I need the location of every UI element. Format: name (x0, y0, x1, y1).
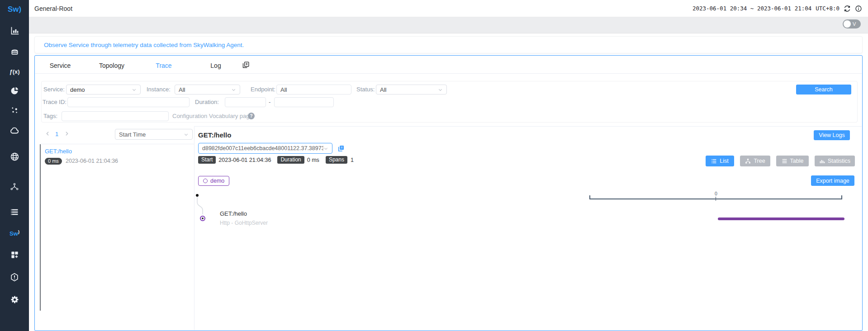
page-number[interactable]: 1 (55, 131, 58, 137)
page-next-button[interactable] (64, 131, 70, 137)
info-banner: Observe Service through telemetry data c… (34, 36, 863, 53)
filter-row-1: Service: demo Instance: All Endpoint: St… (35, 85, 862, 95)
span-duration-bar[interactable] (718, 218, 844, 220)
instance-value: All (179, 86, 231, 93)
start-badge: Start (198, 156, 216, 164)
gear-icon (10, 295, 19, 304)
sidebar-item-cloud[interactable] (0, 125, 29, 136)
sidebar-item-browser[interactable] (0, 151, 29, 162)
sidebar-item-database[interactable] (0, 47, 29, 57)
bar-chart-icon (10, 26, 19, 35)
function-icon: ƒ(x) (9, 68, 19, 75)
tab-topology[interactable]: Topology (93, 62, 131, 69)
trace-meta-row: Start 2023-06-01 21:04:36 Duration 0 ms … (198, 156, 354, 164)
chevron-down-icon (231, 87, 236, 92)
toggle-knob (844, 20, 851, 28)
trace-item-duration-badge: 0 ms (45, 158, 62, 165)
service-select[interactable]: demo (66, 85, 141, 95)
chevron-down-icon (438, 87, 443, 92)
globe-icon (10, 152, 19, 161)
toolbar-strip (29, 17, 868, 33)
list-view-icon (711, 158, 717, 164)
toggle-label: V (853, 21, 856, 27)
chevron-down-icon (323, 146, 328, 151)
trace-id-select[interactable]: d8982fde007c11eeb6cbacde48001122.37.3897… (198, 143, 332, 154)
trace-item-start-time: 2023-06-01 21:04:36 (66, 158, 118, 164)
table-view-icon (782, 158, 787, 164)
help-icon[interactable]: ? (248, 113, 255, 119)
spans-value: 1 (351, 157, 354, 163)
sidebar-item-topology[interactable] (0, 181, 29, 192)
tab-trace[interactable]: Trace (145, 62, 183, 69)
cloud-icon (9, 126, 19, 136)
trace-title: GET:/hello (198, 131, 231, 139)
span-name: GET:/hello (220, 210, 268, 217)
view-logs-button[interactable]: View Logs (814, 130, 850, 140)
version-toggle[interactable]: V (843, 19, 861, 28)
trace-id-input[interactable] (67, 97, 190, 107)
service-value: demo (70, 86, 132, 93)
sidebar-item-pie[interactable] (0, 85, 29, 96)
sort-select[interactable]: Start Time (115, 129, 193, 140)
span-row[interactable]: GET:/hello Http - GoHttpServer (220, 210, 268, 226)
view-tree-button[interactable]: Tree (740, 156, 770, 166)
sidebar-item-function[interactable]: ƒ(x) (0, 66, 29, 77)
list-icon (10, 208, 19, 217)
view-list-label: List (720, 158, 728, 164)
vocabulary-link[interactable]: Configuration Vocabulary page (172, 111, 253, 121)
view-list-button[interactable]: List (706, 156, 734, 166)
skywalking-logo[interactable]: Sw) (0, 4, 29, 15)
view-tree-label: Tree (754, 158, 765, 164)
sidebar-item-dashboard-add[interactable] (0, 249, 29, 260)
trace-list-item[interactable]: GET:/hello 0 ms 2023-06-01 21:04:36 (35, 144, 194, 176)
status-label: Status: (356, 85, 375, 95)
copy-tab-icon[interactable] (242, 61, 250, 69)
info-icon[interactable] (855, 5, 862, 12)
page-prev-button[interactable] (45, 131, 51, 137)
duration-max-input[interactable] (274, 97, 334, 107)
skywalking-trace-page: { "sidebar": { "logo_text": "Sw", "items… (0, 0, 868, 331)
view-table-button[interactable]: Table (776, 156, 809, 166)
trace-widget: Service Topology Trace Log Service: demo… (34, 55, 863, 331)
sidebar-item-skywalking-active[interactable]: Sw) (0, 228, 29, 239)
topology-icon (10, 182, 19, 191)
sidebar-item-dashboard[interactable] (0, 25, 29, 36)
tab-service[interactable]: Service (41, 62, 79, 69)
timeline-left-tick (589, 195, 590, 199)
duration-value: 0 ms (307, 157, 319, 163)
timeline-right-tick (841, 195, 842, 199)
endpoint-label: Endpoint: (251, 85, 275, 95)
chevron-down-icon (184, 132, 189, 137)
sidebar-item-alerts[interactable] (0, 272, 29, 283)
view-statistics-button[interactable]: Statistics (815, 156, 855, 166)
span-node-dot[interactable] (200, 216, 205, 221)
search-button[interactable]: Search (796, 85, 851, 95)
endpoint-input[interactable] (276, 85, 351, 95)
grid-plus-icon (10, 251, 19, 259)
timeline-zero-tick (716, 197, 716, 201)
instance-select[interactable]: All (175, 85, 240, 95)
service-tag-label: demo (210, 178, 224, 184)
tab-log[interactable]: Log (197, 62, 235, 69)
logo-text: Sw (8, 5, 19, 14)
sidebar-item-settings[interactable] (0, 294, 29, 305)
service-label: Service: (43, 85, 65, 95)
skywalking-icon: Sw) (9, 230, 19, 237)
copy-trace-id-icon[interactable] (337, 145, 345, 152)
status-select[interactable]: All (376, 85, 447, 95)
chevron-down-icon (132, 87, 137, 92)
service-tag[interactable]: demo (198, 176, 229, 186)
panel-divider-vertical (194, 126, 194, 330)
duration-min-input[interactable] (225, 97, 266, 107)
banner-text: Observe Service through telemetry data c… (44, 42, 244, 48)
tags-input[interactable] (62, 111, 169, 121)
sidebar-item-list[interactable] (0, 207, 29, 218)
page-title: General-Root (34, 5, 72, 12)
panel-divider-horizontal (194, 126, 862, 127)
export-image-button[interactable]: Export image (811, 175, 854, 186)
sidebar-item-sampling[interactable] (0, 105, 29, 116)
refresh-icon[interactable] (844, 5, 851, 12)
tabs-divider (35, 73, 862, 74)
trace-item-name[interactable]: GET:/hello (45, 148, 72, 155)
filter-row-2: Trace ID: Duration: - (35, 97, 862, 107)
